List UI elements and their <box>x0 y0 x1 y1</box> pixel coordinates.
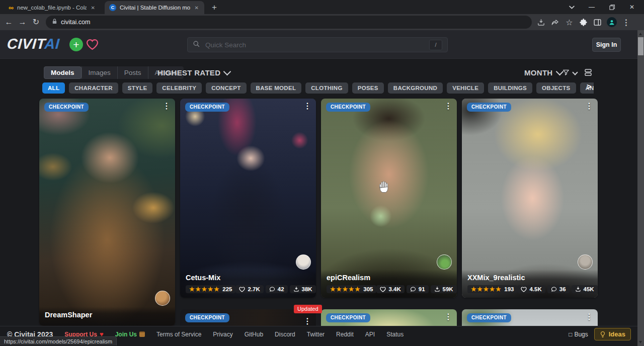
civitai-favicon: C <box>109 4 116 11</box>
card-menu-icon[interactable]: ⋮ <box>585 312 593 321</box>
period-dropdown[interactable]: MONTH <box>524 68 562 77</box>
card-footer: XXMix_9realistic ★★★★★ 193 4.5K 36 <box>462 270 598 298</box>
chip-buildings[interactable]: BUILDINGS <box>488 82 532 94</box>
footer-link-twitter[interactable]: Twitter <box>307 331 325 338</box>
ideas-label: Ideas <box>609 330 625 338</box>
tab-posts[interactable]: Posts <box>117 66 148 79</box>
new-tab-button[interactable]: + <box>208 2 220 14</box>
window-close-icon[interactable]: ✕ <box>622 0 642 14</box>
star-rating-icon: ★★★★★ <box>189 286 220 292</box>
forward-icon[interactable]: → <box>16 18 29 26</box>
create-plus-icon[interactable]: + <box>69 38 83 51</box>
browser-menu-icon[interactable]: ⋮ <box>621 18 631 27</box>
chip-character[interactable]: CHARACTER <box>69 82 118 94</box>
card-menu-icon[interactable]: ⋮ <box>585 101 593 111</box>
chip-style[interactable]: STYLE <box>122 82 153 94</box>
footer-link-status[interactable]: Status <box>386 331 404 338</box>
scrollbar-thumb[interactable] <box>638 37 643 55</box>
card-title: DreamShaper <box>45 311 170 319</box>
footer-link-join-us[interactable]: Join Us <box>115 331 145 338</box>
bugs-label: Bugs <box>574 331 588 338</box>
url-bar[interactable]: civitai.com <box>46 16 532 29</box>
metric-pills: 4.5K 36 45K <box>517 285 597 293</box>
chip-celebrity[interactable]: CELEBRITY <box>156 82 202 94</box>
layout-toggle-icon[interactable] <box>584 68 593 79</box>
card-menu-icon[interactable]: ⋮ <box>444 101 452 111</box>
favorites-heart-icon[interactable] <box>86 39 99 52</box>
bugs-link[interactable]: □ Bugs <box>569 331 588 338</box>
tab-search-chevron-icon[interactable] <box>561 0 582 14</box>
model-card-cetus-mix[interactable]: CHECKPOINT ⋮ Cetus-Mix ★★★★★ 225 2.7K 42 <box>180 99 316 298</box>
comments-pill: 42 <box>266 285 288 293</box>
quick-search[interactable]: / <box>187 37 448 52</box>
card-menu-icon[interactable]: ⋮ <box>303 316 311 326</box>
extensions-icon[interactable] <box>579 18 588 27</box>
card-menu-icon[interactable]: ⋮ <box>163 101 171 111</box>
scrollbar-down-icon[interactable] <box>639 341 642 343</box>
search-shortcut-badge: / <box>429 40 442 50</box>
footer-link-github[interactable]: GitHub <box>245 331 263 338</box>
bug-icon: □ <box>569 331 572 338</box>
chip-background[interactable]: BACKGROUND <box>388 82 443 94</box>
back-icon[interactable]: ← <box>2 18 16 26</box>
reload-icon[interactable]: ↻ <box>29 18 43 26</box>
ideas-button[interactable]: Ideas <box>594 328 631 340</box>
sort-dropdown[interactable]: HIGHEST RATED <box>157 68 230 77</box>
filter-dropdown[interactable] <box>562 68 577 78</box>
bookmark-star-icon[interactable]: ☆ <box>565 18 574 27</box>
share-icon[interactable] <box>550 18 560 27</box>
footer-link-api[interactable]: API <box>365 331 375 338</box>
footer-link-terms[interactable]: Terms of Service <box>156 331 201 338</box>
browser-tab-colab[interactable]: ∞ new_colab_file.ipynb - Colaborat ✕ <box>4 1 101 14</box>
chip-concept[interactable]: CONCEPT <box>206 82 246 94</box>
tab-close-icon[interactable]: ✕ <box>90 5 96 11</box>
card-menu-icon[interactable]: ⋮ <box>303 101 311 111</box>
card-menu-icon[interactable]: ⋮ <box>444 312 452 321</box>
tab-close-icon[interactable]: ✕ <box>194 5 200 11</box>
sort-label: HIGHEST RATED <box>157 68 220 77</box>
chip-all[interactable]: ALL <box>42 82 65 94</box>
footer-link-reddit[interactable]: Reddit <box>336 331 354 338</box>
sidebar-icon[interactable] <box>593 18 602 27</box>
card-stats: ★★★★★ 225 2.7K 42 38K <box>186 285 310 293</box>
page-scrollbar[interactable] <box>637 30 644 346</box>
search-input[interactable] <box>204 41 425 49</box>
star-rating-icon: ★★★★★ <box>330 286 361 292</box>
likes-pill: 4.5K <box>517 285 545 293</box>
chip-base-model[interactable]: BASE MODEL <box>251 82 302 94</box>
civitai-logo[interactable]: CIVITAI <box>7 36 60 52</box>
maximize-icon[interactable] <box>602 0 622 14</box>
status-url-text: https://civitai.com/models/25694/epicrea… <box>4 338 112 344</box>
model-card-dreamshaper[interactable]: CHECKPOINT ⋮ DreamShaper <box>39 99 175 326</box>
model-thumbnail <box>462 99 598 298</box>
creator-avatar[interactable] <box>296 254 311 270</box>
lock-icon <box>52 18 57 27</box>
creator-avatar[interactable] <box>155 291 170 306</box>
browser-tab-civitai[interactable]: C Civitai | Stable Diffusion models, ✕ <box>105 1 204 14</box>
comments-pill: 36 <box>547 285 570 293</box>
profile-avatar[interactable] <box>607 17 617 27</box>
creator-avatar[interactable] <box>437 254 452 270</box>
creator-avatar[interactable] <box>578 254 593 270</box>
download-page-icon[interactable] <box>536 18 546 27</box>
rating-pill: ★★★★★ 305 <box>327 285 376 293</box>
footer-link-privacy[interactable]: Privacy <box>213 331 232 338</box>
minimize-icon[interactable]: — <box>582 0 602 14</box>
chips-scroll-right-icon[interactable]: > <box>587 82 592 92</box>
sign-in-button[interactable]: Sign In <box>592 38 621 52</box>
chip-vehicle[interactable]: VEHICLE <box>447 82 484 94</box>
model-card-xxmix9realistic[interactable]: CHECKPOINT ⋮ XXMix_9realistic ★★★★★ 193 … <box>462 99 598 298</box>
metric-pills: 2.7K 42 38K <box>235 285 315 293</box>
chip-objects[interactable]: OBJECTS <box>536 82 576 94</box>
model-card-epicrealism[interactable]: CHECKPOINT ⋮ epiCRealism ★★★★★ 305 3.4K … <box>321 99 457 298</box>
chevron-down-icon <box>223 68 231 76</box>
card-footer: DreamShaper <box>39 307 175 326</box>
rating-pill: ★★★★★ 225 <box>186 285 235 293</box>
chip-clothing[interactable]: CLOTHING <box>305 82 348 94</box>
footer-link-discord[interactable]: Discord <box>275 331 295 338</box>
tab-models[interactable]: Models <box>44 66 82 79</box>
tab-images[interactable]: Images <box>82 66 117 79</box>
window-controls: — ✕ <box>561 0 642 14</box>
chip-poses[interactable]: POSES <box>352 82 384 94</box>
scrollbar-up-icon[interactable] <box>639 33 642 35</box>
